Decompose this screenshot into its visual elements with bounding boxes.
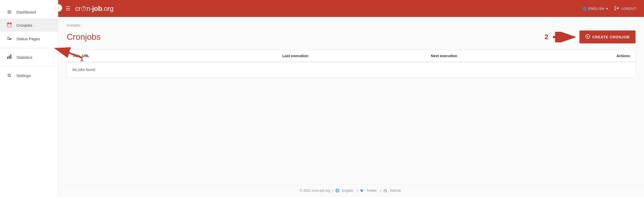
footer-link-english[interactable]: English xyxy=(342,189,353,192)
footer-separator-2: | xyxy=(357,189,358,192)
sidebar-toggle-button[interactable]: ‹ xyxy=(55,4,62,12)
language-label: ENGLISH xyxy=(588,7,605,11)
page-title: Cronjobs xyxy=(67,32,545,42)
breadcrumb: Cronjobs xyxy=(67,23,636,27)
empty-state-message: No jobs found. xyxy=(72,68,630,72)
footer-link-twitter[interactable]: Twitter xyxy=(367,189,377,192)
create-cronjob-button[interactable]: CREATE CRONJOB xyxy=(579,30,636,43)
footer-separator-1: | xyxy=(332,189,333,192)
sidebar-item-label: Dashboard xyxy=(16,10,36,14)
column-title-url: Title, URL xyxy=(72,54,221,58)
sidebar-divider xyxy=(0,48,58,48)
sidebar: ‹ ⊞ Dashboard ⏰ Cronjobs Status Pages xyxy=(0,0,58,197)
chevron-down-icon: ▾ xyxy=(606,7,608,11)
footer-separator-3: | xyxy=(380,189,381,192)
logout-button[interactable]: LOGOUT xyxy=(614,6,637,11)
annotation-arrow xyxy=(553,32,577,42)
logo-name: n-job.org xyxy=(86,5,113,12)
sidebar-divider-2 xyxy=(0,66,58,67)
logo-text: cr xyxy=(75,5,81,12)
sidebar-item-label: Settings xyxy=(16,73,31,78)
chevron-left-icon: ‹ xyxy=(58,6,59,10)
cronjobs-table: Title, URL Last execution Next execution… xyxy=(67,50,636,77)
svg-rect-1 xyxy=(7,57,8,59)
twitter-footer-icon: 🐦 xyxy=(360,189,364,192)
globe-icon: 🌐 xyxy=(583,7,587,11)
sidebar-item-label: Cronjobs xyxy=(16,23,32,28)
dashboard-icon: ⊞ xyxy=(6,9,12,15)
menu-icon[interactable]: ☰ xyxy=(66,5,70,12)
sidebar-item-label: Statistics xyxy=(16,55,32,60)
app-logo: cr⏱n-job.org xyxy=(75,5,114,13)
logout-label: LOGOUT xyxy=(621,7,637,11)
globe-footer-icon: 🌐 xyxy=(335,189,339,192)
sidebar-item-statistics[interactable]: Statistics xyxy=(0,50,58,64)
page-header: Cronjobs 2 xyxy=(67,30,636,43)
language-selector[interactable]: 🌐 ENGLISH ▾ xyxy=(583,7,608,11)
cronjobs-icon: ⏰ xyxy=(6,22,12,28)
settings-icon: ⚙ xyxy=(6,73,12,78)
footer-link-github[interactable]: GitHub xyxy=(390,189,401,192)
annotation-number-2: 2 xyxy=(545,33,548,41)
sidebar-item-settings[interactable]: ⚙ Settings xyxy=(0,69,58,82)
main-area: ☰ cr⏱n-job.org 🌐 ENGLISH ▾ LOGOUT xyxy=(58,0,644,197)
plus-circle-icon xyxy=(585,34,590,40)
page-content: Cronjobs Cronjobs 2 xyxy=(58,17,644,184)
sidebar-item-label: Status Pages xyxy=(16,37,40,41)
logout-icon xyxy=(614,6,619,11)
sidebar-item-dashboard[interactable]: ⊞ Dashboard xyxy=(0,5,58,19)
page-footer: © 2021 cron-job.org | 🌐 English | 🐦 Twit… xyxy=(58,184,644,197)
statistics-icon xyxy=(6,54,12,61)
svg-rect-2 xyxy=(9,56,10,59)
app-header: ☰ cr⏱n-job.org 🌐 ENGLISH ▾ LOGOUT xyxy=(58,0,644,17)
sidebar-nav: ⊞ Dashboard ⏰ Cronjobs Status Pages xyxy=(0,5,58,197)
sidebar-item-status-pages[interactable]: Status Pages xyxy=(0,32,58,46)
create-cronjob-label: CREATE CRONJOB xyxy=(592,35,630,39)
copyright-text: © 2021 cron-job.org xyxy=(300,189,330,192)
column-next-execution: Next execution xyxy=(370,54,518,58)
status-pages-icon xyxy=(6,35,12,42)
column-actions: Actions xyxy=(518,54,630,58)
sidebar-item-cronjobs[interactable]: ⏰ Cronjobs xyxy=(0,19,58,32)
table-header: Title, URL Last execution Next execution… xyxy=(67,50,635,62)
github-footer-icon xyxy=(383,189,389,192)
svg-rect-3 xyxy=(10,55,11,59)
column-last-execution: Last execution xyxy=(221,54,370,58)
logo-clock-icon: ⏱ xyxy=(81,6,87,12)
table-body: No jobs found. xyxy=(67,62,635,77)
